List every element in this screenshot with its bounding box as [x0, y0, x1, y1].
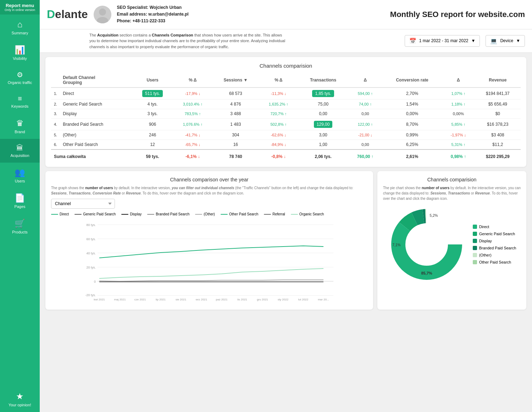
avatar-image [94, 6, 111, 23]
legend-display-dot [121, 214, 128, 215]
row-conv-rate: 0,99% [382, 130, 442, 140]
line-chart-svg: 80 tys. 60 tys. 40 tys. 20 tys. 0 -20 ty… [51, 219, 367, 304]
row-trans-delta: -21,00 ↓ [348, 130, 382, 140]
pie-legend-other-paid-label: Other Paid Search [479, 260, 511, 264]
device-label: Device [500, 38, 513, 43]
row-trans-delta: 122,00 ↑ [348, 119, 382, 130]
row-num: 3. [51, 109, 60, 119]
col-users-pct: % Δ [173, 73, 212, 88]
pie-dot-other [473, 253, 477, 257]
line-chart-legend: Direct Generic Paid Search Display Brand… [51, 212, 367, 216]
x-paz: paź 2021 [216, 298, 228, 301]
pie-svg: 85,7% 7,1% 5,2% [388, 205, 466, 283]
sidebar-item-label: Products [12, 230, 27, 234]
table-title: Channels comparision [51, 63, 521, 69]
legend-organic-label: Organic Search [299, 212, 324, 216]
row-channel: Generic Paid Search [60, 100, 132, 109]
pie-legend-display: Display [473, 239, 516, 243]
y-label-60: 60 tys. [86, 237, 96, 241]
svg-point-1 [97, 17, 108, 23]
row-conv-delta: 1,18% ↑ [442, 100, 475, 109]
legend-branded-dot [147, 214, 154, 215]
legend-generic-label: Generic Paid Search [83, 212, 116, 216]
legend-other-dot [195, 214, 202, 215]
sidebar-item-label: Acquisition [10, 153, 29, 158]
row-revenue: $5 656,49 [475, 100, 521, 109]
row-sessions-pct: 720,7% ↑ [259, 109, 298, 119]
x-sie: sie 2021 [176, 298, 187, 301]
sidebar-item-label: Users [15, 179, 25, 183]
y-label-80: 80 tys. [86, 223, 96, 227]
row-channel: (Other) [60, 130, 132, 140]
sidebar-item-acquisition[interactable]: 🏛 Acquisition [0, 139, 40, 163]
pie-dot-generic [473, 232, 477, 236]
sidebar-item-products[interactable]: 🛒 Products [0, 214, 40, 239]
row-users-pct: -17,9% ↓ [173, 88, 212, 100]
sidebar-item-keywords[interactable]: ≡ Keywords [0, 90, 40, 113]
legend-direct: Direct [51, 212, 69, 216]
phone-value: +48-111-222-333 [133, 18, 165, 23]
device-filter[interactable]: 💻 Device ▼ [486, 35, 525, 47]
sidebar-item-pages[interactable]: 📄 Pages [0, 188, 40, 214]
pie-legend-display-label: Display [479, 239, 492, 243]
products-icon: 🛒 [15, 219, 25, 228]
channel-select[interactable]: Channel [51, 199, 115, 209]
row-conv-rate: 1,54% [382, 100, 442, 109]
channels-table-card: Channels comparision Default ChannelGrou… [45, 57, 526, 167]
sidebar-item-opinion[interactable]: ★ Your opinion! [0, 386, 40, 412]
sidebar-item-organic[interactable]: ⚙ Organic traffic [0, 66, 40, 90]
pie-legend-other-paid: Other Paid Search [473, 260, 516, 264]
row-sessions-pct: -11,3% ↓ [259, 88, 298, 100]
row-revenue: $16 378,23 [475, 119, 521, 130]
calendar-icon: 📅 [409, 38, 416, 44]
total-conv-rate: 2,61% [382, 149, 442, 161]
pie-label-857: 85,7% [421, 271, 432, 275]
legend-display-label: Display [130, 212, 142, 216]
users-icon: 👥 [15, 168, 25, 177]
logo-d: D [47, 8, 55, 21]
pie-dot-other-paid [473, 260, 477, 264]
sidebar-item-users[interactable]: 👥 Users [0, 163, 40, 188]
table-row: 6. Other Paid Search 12 -65,7% ↓ 16 -84,… [51, 140, 521, 150]
row-transactions: 1,85 tys. [298, 88, 348, 100]
row-users-pct: 783,5% ↑ [173, 109, 212, 119]
total-label: Suma całkowita [51, 149, 132, 161]
row-transactions: 0,00 [298, 109, 348, 119]
sidebar-item-brand[interactable]: ♛ Brand [0, 113, 40, 139]
pie-center-hole [407, 225, 446, 264]
legend-other-label: (Other) [204, 212, 215, 216]
logo-text: elante [55, 8, 88, 21]
table-row: 4. Branded Paid Search 906 1,076.6% ↑ 1 … [51, 119, 521, 130]
col-conv-delta: Δ [442, 73, 475, 88]
row-users-pct: -41,7% ↓ [173, 130, 212, 140]
row-sessions: 1 483 [212, 119, 259, 130]
pie-legend-direct-label: Direct [479, 225, 489, 229]
pie-legend: Direct Generic Paid Search Display [473, 225, 516, 264]
row-users: 906 [132, 119, 173, 130]
seo-specialist-row: SEO Specialist: Wojciech Urban [117, 4, 189, 11]
col-conv-rate: Conversion rate [382, 73, 442, 88]
date-filter[interactable]: 📅 1 mar 2022 - 31 mar 2022 ▼ [405, 35, 480, 47]
star-icon: ★ [16, 391, 24, 401]
sidebar-item-label: Organic traffic [8, 80, 32, 85]
row-sessions-pct: -84,9% ↓ [259, 140, 298, 150]
email-value: w.urban@delante.pl [148, 12, 188, 17]
x-wrz: wrz 2021 [195, 298, 207, 301]
row-users-pct: 1,076.6% ↑ [173, 119, 212, 130]
table-row: 3. Display 3 tys. 783,5% ↑ 3 488 720,7% … [51, 109, 521, 119]
report-title: Monthly SEO report for website.com [390, 10, 525, 19]
row-sessions-pct: -62,6% ↓ [259, 130, 298, 140]
x-lip: lip 2021 [156, 298, 166, 301]
col-transactions: Transactions [298, 73, 348, 88]
total-conv-delta: 0,98% ↑ [442, 149, 475, 161]
device-chevron-icon: ▼ [516, 38, 520, 43]
total-sessions: 78 740 [212, 149, 259, 161]
row-channel: Branded Paid Search [60, 119, 132, 130]
sidebar-item-visibility[interactable]: 📊 Visibility [0, 40, 40, 66]
row-sessions: 16 [212, 140, 259, 150]
line-chart-title: Channels comparison over the year [51, 177, 367, 182]
pie-chart-card: Channels comparision The pie chart shows… [377, 171, 526, 310]
sidebar-item-summary[interactable]: ⌂ Summary [0, 15, 40, 40]
pie-dot-display [473, 239, 477, 243]
legend-referral-dot [264, 214, 271, 215]
